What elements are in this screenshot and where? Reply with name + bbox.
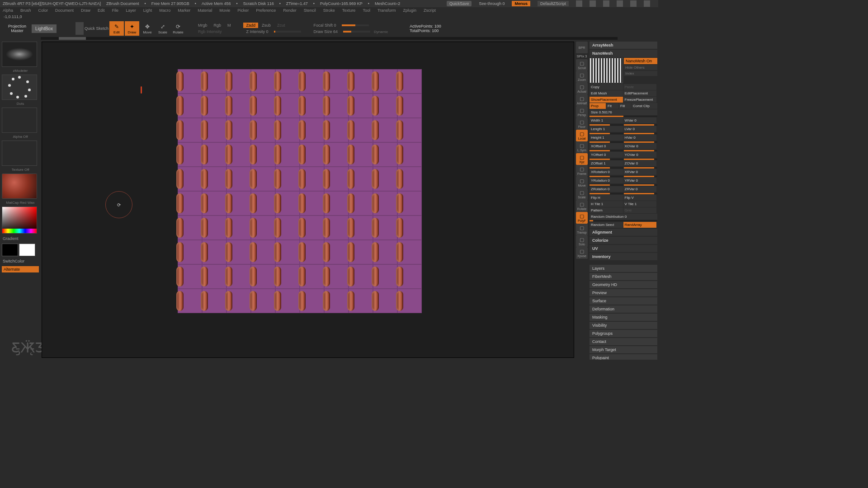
drawsize-slider[interactable] [343,31,370,33]
nanomesh-on-button[interactable]: NanoMesh On [624,58,657,64]
menu-alpha[interactable]: Alpha [3,8,13,13]
actual-button[interactable]: ▢Actual [576,83,588,94]
projection-master-button[interactable]: Projection Master [4,24,31,33]
canvas[interactable]: ⟳ [42,42,574,358]
menu-preference[interactable]: Preference [256,8,276,13]
scroll-button[interactable]: ▢Scroll [576,59,588,71]
menu-brush[interactable]: Brush [20,8,31,13]
local-button[interactable]: ▢Local [576,130,588,141]
menu-color[interactable]: Color [38,8,48,13]
randarray-button[interactable]: RandArray [623,222,657,228]
accordion-polypaint[interactable]: Polypaint [590,354,657,360]
window-icon[interactable] [590,0,596,7]
color-swatch-white[interactable] [19,244,35,256]
accordion-visibility[interactable]: Visibility [590,322,657,329]
material-preview[interactable] [2,174,37,199]
menu-draw[interactable]: Draw [81,8,90,13]
menu-material[interactable]: Material [198,8,212,13]
menu-transform[interactable]: Transform [377,8,396,13]
copy-button[interactable]: Copy [590,84,623,90]
alternate-button[interactable]: Alternate [2,266,39,272]
accordion-masking[interactable]: Masking [590,314,657,321]
texture-preview[interactable] [2,141,37,166]
menu-stroke[interactable]: Stroke [323,8,335,13]
defaultscript-button[interactable]: DefaultZScript [538,1,569,6]
xyz-button[interactable]: ▢Xyz [576,153,588,165]
polyf-button[interactable]: ▢PolyF [576,212,588,224]
menu-document[interactable]: Document [55,8,74,13]
lightbox-button[interactable]: LightBox [32,24,57,33]
section-alignment[interactable]: Alignment [590,229,657,236]
accordion-deformation[interactable]: Deformation [590,305,657,313]
accordion-fibermesh[interactable]: FiberMesh [590,273,657,280]
focalshift-slider[interactable] [342,24,369,26]
menu-marker[interactable]: Marker [178,8,190,13]
color-picker[interactable] [2,206,37,234]
section-uv[interactable]: UV [590,245,657,252]
switchcolor-button[interactable]: SwitchColor [2,258,39,264]
color-swatch-black[interactable] [2,244,18,256]
solo-button[interactable]: ▢Solo [576,235,588,247]
editmesh-button[interactable]: Edit Mesh [590,90,623,96]
accordion-preview[interactable]: Preview [590,289,657,296]
scale-button[interactable]: ⤢Scale [156,21,170,36]
persp-button[interactable]: ▢Persp [576,106,588,118]
zsub-button[interactable]: Zsub [259,23,274,28]
edit-button[interactable]: ✎Edit [109,21,124,36]
zadd-button[interactable]: Zadd [243,23,258,28]
accordion-geometry-hd[interactable]: Geometry HD [590,281,657,288]
zcut-button[interactable]: Zcut [274,23,288,28]
aahalf-button[interactable]: ▢AAHalf [576,94,588,106]
section-inventory[interactable]: Inventory [590,253,657,260]
window-icon[interactable] [603,0,609,7]
menu-zscript[interactable]: Zscript [424,8,436,13]
xpose-button[interactable]: ▢Xpose [576,247,588,259]
stroke-preview[interactable] [2,75,37,100]
rgb-button[interactable]: Rgb [211,23,224,28]
window-icon[interactable] [576,0,582,7]
quicksketch-icon[interactable] [75,22,84,35]
nanomesh-thumb[interactable] [590,58,623,83]
accordion-contact[interactable]: Contact [590,338,657,345]
horizontal-scrollbar[interactable] [41,37,618,40]
maximize-icon[interactable] [630,0,637,7]
zintensity-slider[interactable] [274,31,301,33]
menu-stencil[interactable]: Stencil [304,8,316,13]
section-colorize[interactable]: Colorize [590,237,657,244]
menu-layer[interactable]: Layer [126,8,136,13]
mrgb-button[interactable]: Mrgb [195,23,210,28]
accordion-layers[interactable]: Layers [590,265,657,272]
rotate-button[interactable]: ▢Rotate [576,200,588,212]
rotate-button[interactable]: ⟳Rotate [171,21,185,36]
menu-light[interactable]: Light [143,8,152,13]
menu-tool[interactable]: Tool [363,8,370,13]
close-icon[interactable] [644,0,650,7]
menu-edit[interactable]: Edit [98,8,105,13]
quicksave-button[interactable]: QuickSave [447,1,472,6]
scale-button[interactable]: ▢Scale [576,188,588,200]
accordion-polygroups[interactable]: Polygroups [590,330,657,337]
transp-button[interactable]: ▢Transp [576,224,588,235]
menus-button[interactable]: Menus [512,1,530,6]
menu-file[interactable]: File [112,8,119,13]
showplacement-button[interactable]: ShowPlacement [590,97,623,103]
l.sym-button[interactable]: ▢L.Sym [576,141,588,153]
draw-button[interactable]: ✦Draw [125,21,139,36]
accordion-morph-target[interactable]: Morph Target [590,346,657,353]
minimize-icon[interactable] [617,0,623,7]
alpha-preview[interactable] [2,108,37,133]
brush-preview[interactable] [2,42,37,67]
move-button[interactable]: ▢Move [576,177,588,188]
menu-texture[interactable]: Texture [342,8,356,13]
floor-button[interactable]: ▢Floor [576,118,588,130]
menu-macro[interactable]: Macro [159,8,170,13]
accordion-surface[interactable]: Surface [590,297,657,305]
menu-picker[interactable]: Picker [237,8,249,13]
zoom-button[interactable]: ▢Zoom [576,71,588,83]
frame-button[interactable]: ▢Frame [576,165,588,177]
menu-movie[interactable]: Movie [219,8,230,13]
bpr-button[interactable]: BPR [576,42,588,53]
m-button[interactable]: M [225,23,234,28]
menu-zplugin[interactable]: Zplugin [403,8,417,13]
menu-render[interactable]: Render [283,8,297,13]
